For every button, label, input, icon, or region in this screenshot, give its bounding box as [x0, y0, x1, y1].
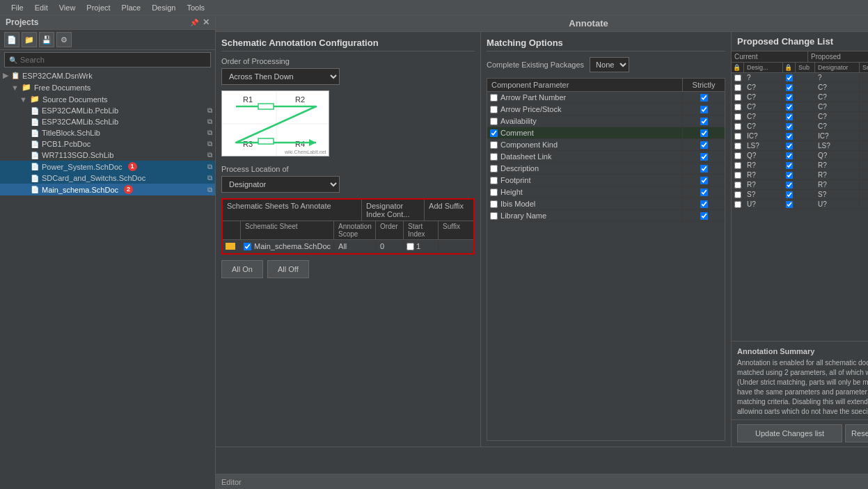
- settings-button[interactable]: ⚙: [56, 32, 72, 47]
- change-row[interactable]: ? ? Main_schema.SchD: [732, 73, 868, 83]
- param-row-strictly-3: [683, 128, 725, 138]
- change-row[interactable]: S? S? Main_schema.SchD: [732, 190, 868, 200]
- source-folder-icon: 📁: [30, 95, 40, 104]
- tree-root[interactable]: ▶ 📋 ESP32CAM.DsnWrk: [0, 70, 215, 81]
- param-row-strictly-2: [683, 116, 725, 127]
- start-index-check[interactable]: [407, 243, 414, 250]
- change-row[interactable]: C? C? Main_schema.SchD: [732, 102, 868, 112]
- pcb1-label: PCB1.PcbDoc: [42, 140, 90, 148]
- sidebar-item-pcblib[interactable]: 📄 ESP32CAMLib.PcbLib ⧉: [0, 105, 215, 116]
- close-panel-icon[interactable]: ✕: [203, 17, 210, 27]
- app-menubar: File Edit View Project Place Design Tool…: [0, 0, 868, 15]
- change-table-header2: 🔒 Desig... 🔒 Sub Designator Sub Schemati…: [732, 63, 868, 73]
- change-row[interactable]: C? C? Main_schema.SchD: [732, 112, 868, 122]
- prop-check-0[interactable]: [786, 74, 793, 81]
- search-box[interactable]: 🔍: [4, 52, 211, 67]
- param-row-name-5: Datasheet Link: [487, 151, 683, 162]
- update-changes-button[interactable]: Update Changes list: [737, 424, 842, 442]
- file-icon-pcb1: 📄: [31, 141, 39, 148]
- param-check-9[interactable]: [490, 200, 498, 208]
- change-table-container: Current Proposed Location of Part 🔒 Desi…: [732, 51, 868, 341]
- save-button[interactable]: 💾: [39, 32, 54, 47]
- strictly-check-7[interactable]: [700, 177, 708, 184]
- sidebar-item-wr7113[interactable]: 📄 WR7113SGD.SchLib ⧉: [0, 150, 215, 161]
- change-row[interactable]: R? R? Main_schema.SchD: [732, 170, 868, 180]
- lock-check-0[interactable]: [734, 74, 741, 81]
- strictly-check-1[interactable]: [700, 106, 708, 113]
- order-dropdown[interactable]: Across Then Down Down Then Across: [221, 68, 340, 85]
- strictly-check-4[interactable]: [700, 141, 708, 149]
- project-tree: ▶ 📋 ESP32CAM.DsnWrk ▼ 📁 Free Documents ▼…: [0, 70, 215, 489]
- sheets-col-suffix: Add Suffix: [425, 200, 473, 221]
- all-off-button[interactable]: All Off: [267, 260, 309, 278]
- menu-place[interactable]: Place: [116, 0, 147, 15]
- open-button[interactable]: 📁: [22, 32, 37, 47]
- complete-packages-dropdown[interactable]: None: [590, 57, 629, 72]
- menu-file[interactable]: File: [6, 0, 29, 15]
- change-row[interactable]: C? C? Main_schema.SchD: [732, 122, 868, 131]
- menu-project[interactable]: Project: [81, 0, 116, 15]
- strictly-check-2[interactable]: [700, 118, 708, 125]
- strictly-check-0[interactable]: [700, 94, 708, 102]
- file-icon-wr: 📄: [31, 152, 39, 159]
- all-on-button[interactable]: All On: [221, 260, 263, 278]
- strictly-check-8[interactable]: [700, 189, 708, 196]
- param-check-4[interactable]: [490, 141, 498, 149]
- param-check-0[interactable]: [490, 94, 498, 102]
- change-row[interactable]: LS? LS? Main_schema.SchD: [732, 141, 868, 151]
- change-row[interactable]: Q? Q? Main_schema.SchD: [732, 151, 868, 161]
- th-current: Current: [732, 51, 808, 62]
- param-check-3[interactable]: [490, 129, 498, 137]
- sidebar-item-free-documents[interactable]: ▼ 📁 Free Documents: [0, 81, 215, 93]
- sidebar-item-schlib[interactable]: 📄 ESP32CAMLib.SchLib ⧉: [0, 116, 215, 127]
- projects-panel: Projects 📌 ✕ 📄 📁 💾 ⚙ 🔍: [0, 15, 216, 489]
- main-schema-label: Main_schema.SchDoc: [42, 186, 118, 194]
- process-location-dropdown[interactable]: Designator Comment: [221, 176, 340, 193]
- change-row[interactable]: R? R? Main_schema.SchD: [732, 161, 868, 170]
- change-row[interactable]: C? C? Main_schema.SchD: [732, 93, 868, 102]
- param-check-5[interactable]: [490, 153, 498, 161]
- strictly-check-10[interactable]: [700, 212, 708, 220]
- change-row[interactable]: IC? IC? Main_schema.SchD: [732, 131, 868, 141]
- new-doc-button[interactable]: 📄: [4, 32, 19, 47]
- change-lock1: [732, 74, 744, 82]
- strictly-check-3[interactable]: [700, 129, 708, 137]
- strictly-check-6[interactable]: [700, 165, 708, 173]
- change-row[interactable]: U? U? Main_schema.SchD: [732, 200, 868, 209]
- param-check-2[interactable]: [490, 118, 498, 125]
- reset-all-button[interactable]: Reset All: [845, 424, 868, 442]
- strictly-check-9[interactable]: [700, 200, 708, 208]
- sheet-checkbox[interactable]: [244, 243, 251, 250]
- sidebar-item-pcb1[interactable]: 📄 PCB1.PcbDoc ⧉: [0, 138, 215, 150]
- sheets-subcol-scope: Annotation Scope: [334, 221, 376, 239]
- th-designator: Designator: [815, 63, 860, 72]
- param-row-strictly-10: [683, 211, 725, 221]
- change-desig-0: ?: [744, 73, 783, 82]
- sidebar-item-source-documents[interactable]: ▼ 📁 Source Documents: [0, 93, 215, 105]
- param-check-8[interactable]: [490, 189, 498, 196]
- change-row[interactable]: R? R? Main_schema.SchD: [732, 180, 868, 190]
- sheet-color-indicator: [226, 243, 235, 250]
- sheets-section: Schematic Sheets To Annotate Designator …: [221, 198, 475, 255]
- strictly-check-5[interactable]: [700, 153, 708, 161]
- param-check-10[interactable]: [490, 212, 498, 220]
- menu-design[interactable]: Design: [146, 0, 181, 15]
- pin-icon[interactable]: 📌: [190, 19, 198, 26]
- menu-tools[interactable]: Tools: [181, 0, 210, 15]
- change-row[interactable]: C? C? Main_schema.SchD: [732, 83, 868, 93]
- sidebar-item-sdcard[interactable]: 📄 SDCard_and_Switchs.SchDoc ⧉: [0, 173, 215, 184]
- sheet-filename: Main_schema.SchDoc: [254, 242, 331, 250]
- menu-edit[interactable]: Edit: [29, 0, 54, 15]
- search-input[interactable]: [20, 56, 206, 64]
- sidebar-item-titleblock[interactable]: 📄 TitleBlock.SchLib ⧉: [0, 127, 215, 138]
- sheets-row-suffix: [439, 244, 473, 248]
- sidebar-item-power-system[interactable]: 📄 Power_System.SchDoc 1 ⧉: [0, 161, 215, 173]
- menu-view[interactable]: View: [54, 0, 81, 15]
- copy-icon-2: ⧉: [207, 118, 212, 126]
- param-check-7[interactable]: [490, 177, 498, 184]
- sidebar-item-main-schema[interactable]: 📄 Main_schema.SchDoc 2 ⧉: [0, 184, 215, 195]
- param-row-strictly-7: [683, 175, 725, 186]
- param-check-1[interactable]: [490, 106, 498, 113]
- param-check-6[interactable]: [490, 165, 498, 173]
- change-lock2: [783, 74, 796, 82]
